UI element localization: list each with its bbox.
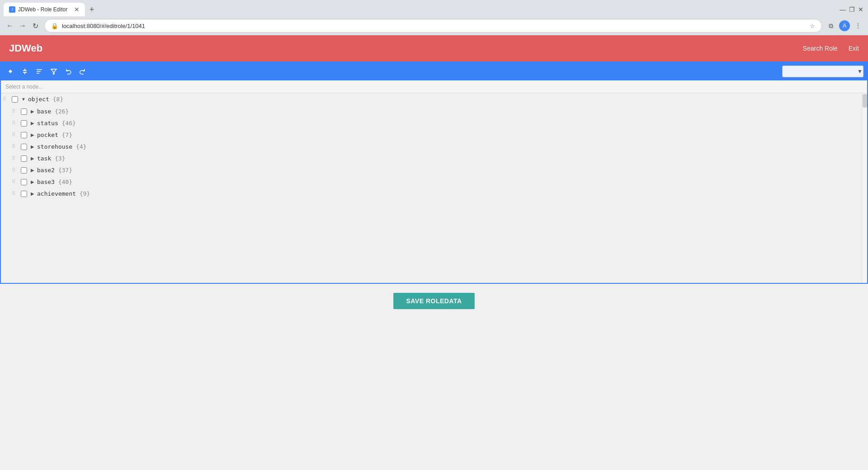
address-input-bar[interactable]: 🔒 localhost:8080/#/editrole/1/1041 ☆ [44,19,822,33]
tree-scrollbar[interactable] [862,93,867,283]
checkbox-2[interactable] [21,132,27,138]
checkbox-4[interactable] [21,155,27,162]
node-count-2: {7} [62,132,72,138]
forward-button[interactable]: → [17,20,28,31]
close-window-button[interactable]: ✕ [857,6,864,13]
redo-button[interactable] [77,66,89,77]
node-name-7: achievement [37,190,76,197]
address-bar-icons: ☆ [810,23,815,29]
account-circle-icon[interactable]: A [839,20,850,31]
expand-button-4[interactable]: ▶ [29,155,36,162]
checkbox-0[interactable] [21,108,27,115]
checkbox-3[interactable] [21,144,27,150]
nav-buttons: ← → ↻ [5,20,41,31]
tree-scrollbar-thumb[interactable] [863,94,867,108]
extensions-icon[interactable]: ⧉ [826,20,836,31]
tree-row: ⠿ ▶ storehouse {4} [1,141,867,153]
drag-handle-5[interactable]: ⠿ [12,167,19,173]
tab-close-button[interactable]: ✕ [74,6,79,13]
expand-button-0[interactable]: ▶ [29,108,36,115]
tree-search-box: ▼ [782,66,863,77]
maximize-button[interactable]: ❐ [848,6,855,13]
save-area: SAVE ROLEDATA [0,284,868,318]
expand-button-3[interactable]: ▶ [29,143,36,150]
drag-handle-4[interactable]: ⠿ [12,155,19,161]
node-count-3: {4} [76,143,86,150]
app-title: JDWeb [9,42,42,54]
back-button[interactable]: ← [5,20,15,31]
tab-bar: J JDWeb - Role Editor ✕ + — ❐ ✕ [0,0,868,16]
drag-handle-1[interactable]: ⠿ [12,120,19,126]
browser-chrome: J JDWeb - Role Editor ✕ + — ❐ ✕ ← → ↻ 🔒 … [0,0,868,35]
page-body [0,318,868,470]
node-name-3: storehouse [37,143,72,150]
search-role-link[interactable]: Search Role [803,45,838,52]
tree-row: ⠿ ▶ task {3} [1,153,867,164]
expand-button-1[interactable]: ▶ [29,120,36,127]
node-count-0: {26} [55,108,69,115]
tree-search-input[interactable] [782,66,863,77]
expand-all-button[interactable] [19,66,31,77]
new-tab-button[interactable]: + [87,4,97,15]
root-checkbox[interactable] [12,96,18,103]
bookmark-icon[interactable]: ☆ [810,23,815,29]
node-label-4: task {3} [37,155,65,162]
save-roledata-button[interactable]: SAVE ROLEDATA [393,293,474,309]
tab-favicon: J [9,6,15,13]
node-name-0: base [37,108,51,115]
checkbox-6[interactable] [21,179,27,185]
checkbox-7[interactable] [21,191,27,197]
exit-link[interactable]: Exit [849,45,859,52]
header-actions: Search Role Exit [803,45,859,52]
url-display: localhost:8080/#/editrole/1/1041 [62,23,806,29]
root-node-name: object [28,96,49,103]
lock-icon: 🔒 [51,23,58,29]
checkbox-1[interactable] [21,120,27,127]
expand-button-2[interactable]: ▶ [29,132,36,139]
node-count-5: {37} [58,167,72,174]
svg-marker-3 [51,69,56,74]
drag-handle-6[interactable]: ⠿ [12,179,19,185]
tab-title: JDWeb - Role Editor [18,6,67,13]
drag-handle-3[interactable]: ⠿ [12,144,19,150]
tree-section: ▼ Select a node... ⠿ ▼ object {8} ⠿ ▶ ba… [0,61,868,284]
tree-wrapper[interactable]: ⠿ ▼ object {8} ⠿ ▶ base {26} ⠿ ▶ status … [1,93,867,283]
drag-handle-0[interactable]: ⠿ [12,108,19,114]
drag-handle-2[interactable]: ⠿ [12,132,19,138]
reload-button[interactable]: ↻ [30,20,41,31]
expand-button-5[interactable]: ▶ [29,167,36,174]
node-name-6: base3 [37,179,55,185]
root-label: object {8} [28,96,63,103]
root-drag-handle[interactable]: ⠿ [3,96,10,102]
drag-handle-7[interactable]: ⠿ [12,191,19,197]
expand-button-7[interactable]: ▶ [29,190,36,197]
sort-button[interactable] [33,66,45,77]
root-node-count: {8} [53,96,63,103]
active-tab[interactable]: J JDWeb - Role Editor ✕ [4,3,85,16]
node-label-3: storehouse {4} [37,143,87,150]
collapse-all-button[interactable] [5,66,16,77]
root-expand-button[interactable]: ▼ [20,96,27,103]
select-node-placeholder: Select a node... [5,84,43,90]
address-bar: ← → ↻ 🔒 localhost:8080/#/editrole/1/1041… [0,16,868,35]
checkbox-5[interactable] [21,167,27,174]
tree-root-row: ⠿ ▼ object {8} [1,93,867,106]
expand-button-6[interactable]: ▶ [29,179,36,186]
node-label-6: base3 {40} [37,179,72,185]
node-count-6: {40} [58,179,72,185]
tree-toolbar: ▼ [1,62,867,80]
minimize-button[interactable]: — [839,6,846,13]
filter-button[interactable] [48,66,60,77]
search-dropdown-button[interactable]: ▼ [857,66,863,76]
tree-row: ⠿ ▶ base3 {40} [1,176,867,188]
app-header: JDWeb Search Role Exit [0,35,868,61]
node-name-2: pocket [37,132,58,138]
select-node-bar: Select a node... [1,80,867,93]
node-label-0: base {26} [37,108,69,115]
node-label-7: achievement {9} [37,190,90,197]
tree-row: ⠿ ▶ pocket {7} [1,129,867,141]
browser-menu-icon[interactable]: ⋮ [853,20,863,31]
node-label-5: base2 {37} [37,167,72,174]
undo-button[interactable] [62,66,74,77]
tree-row: ⠿ ▶ base {26} [1,106,867,118]
